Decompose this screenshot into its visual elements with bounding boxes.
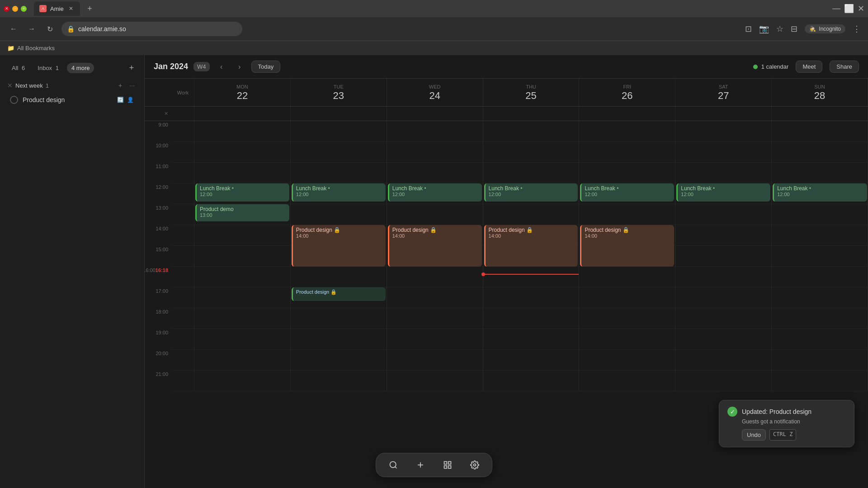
time-label-16-00: 16:0016:18 <box>145 267 172 287</box>
day-header-sat: Sat 27 <box>675 79 772 106</box>
task-checkbox[interactable] <box>10 96 18 104</box>
event-product-design-fri[interactable]: Product design 🔒 14:00 <box>580 225 674 267</box>
toast-message: Guests got a notification <box>727 418 846 425</box>
event-lunch-fri[interactable]: Lunch Break • 12:00 <box>580 183 674 202</box>
col-tue: Lunch Break • 12:00 Product design 🔒 14:… <box>291 121 387 391</box>
cal-month: Jan 2024 <box>154 62 188 71</box>
event-lunch-mon[interactable]: Lunch Break • 12:00 <box>195 183 289 202</box>
time-label-13-00: 13:00 <box>145 204 172 225</box>
allday-fri-cell[interactable] <box>579 107 675 121</box>
time-gutter-header <box>145 79 172 106</box>
meet-button[interactable]: Meet <box>796 61 822 73</box>
sidebar-tab-all[interactable]: All 6 <box>7 63 29 73</box>
toast-actions: Undo CTRL Z <box>727 429 846 441</box>
win-minimize-btn[interactable]: − <box>12 6 18 12</box>
add-toolbar-button[interactable] <box>412 457 429 473</box>
sidebar-add-button[interactable]: + <box>126 62 137 73</box>
back-button[interactable]: ← <box>7 23 20 35</box>
time-label-21-00: 21:00 <box>145 371 172 391</box>
cal-prev-btn[interactable]: ‹ <box>215 61 228 73</box>
section-more-btn[interactable]: ··· <box>127 80 137 90</box>
event-product-design-tue[interactable]: Product design 🔒 14:00 <box>292 225 386 267</box>
event-product-design-wed[interactable]: Product design 🔒 14:00 <box>388 225 482 267</box>
cross-icon[interactable]: ✕ <box>164 111 168 117</box>
section-title-next-week: Next week <box>15 82 43 89</box>
section-collapse-icon[interactable]: ✕ <box>7 82 13 89</box>
bottom-toolbar <box>376 453 492 477</box>
cast-icon[interactable]: ⊡ <box>745 24 752 34</box>
toast-header: ✓ Updated: Product design <box>727 407 846 417</box>
col-sat: Lunch Break • 12:00 <box>675 121 772 391</box>
sidebar-tab-more[interactable]: 4 more <box>67 63 94 73</box>
plus-col-4 <box>172 204 194 225</box>
event-lunch-sun[interactable]: Lunch Break • 12:00 <box>773 183 867 202</box>
split-view-icon[interactable]: ⊟ <box>791 24 797 34</box>
event-product-demo-mon[interactable]: Product demo 13:00 <box>195 204 289 221</box>
allday-row: ✕ <box>145 107 868 121</box>
plus-col-9 <box>172 308 194 329</box>
tab-close-btn[interactable]: ✕ <box>67 5 75 12</box>
task-label: Product design <box>23 96 112 103</box>
allday-tue-cell[interactable] <box>291 107 387 121</box>
allday-mon-cell[interactable] <box>194 107 291 121</box>
win-close-btn[interactable]: ✕ <box>4 6 9 12</box>
new-tab-button[interactable]: + <box>84 2 96 15</box>
today-button[interactable]: Today <box>251 61 281 73</box>
sidebar: All 6 Inbox 1 4 more + ✕ Next week 1 + ·… <box>0 55 145 488</box>
browser-toolbar-actions: ⊡ 📷 ☆ ⊟ 🕵 Incognito ⋮ <box>745 24 861 34</box>
allday-sat-cell[interactable] <box>675 107 772 121</box>
plus-col-7 <box>172 267 194 287</box>
settings-toolbar-button[interactable] <box>467 457 483 473</box>
task-item-product-design[interactable]: Product design 🔄 👤 <box>3 92 142 108</box>
maximize-icon[interactable]: ⬜ <box>844 4 854 14</box>
camera-off-icon[interactable]: 📷 <box>759 24 769 34</box>
bookmark-icon[interactable]: ☆ <box>776 24 783 34</box>
svg-rect-4 <box>444 462 447 465</box>
work-label: Work <box>177 90 189 95</box>
plus-col-8 <box>172 287 194 308</box>
svg-rect-6 <box>444 466 447 469</box>
calendar-indicator: 1 calendar <box>753 63 789 70</box>
sidebar-tab-inbox[interactable]: Inbox 1 <box>33 63 63 73</box>
cal-next-btn[interactable]: › <box>233 61 246 73</box>
task-meta: 🔄 👤 <box>116 96 134 104</box>
toast-undo-button[interactable]: Undo <box>742 429 766 441</box>
col-thu: Lunch Break • 12:00 Product design 🔒 14:… <box>483 121 580 391</box>
allday-work-cell <box>172 107 194 121</box>
tab-favicon: A <box>39 5 47 12</box>
more-icon[interactable]: ⋮ <box>853 24 861 34</box>
event-lunch-sat[interactable]: Lunch Break • 12:00 <box>676 183 770 202</box>
view-toolbar-button[interactable] <box>439 457 456 473</box>
event-lunch-wed[interactable]: Lunch Break • 12:00 <box>388 183 482 202</box>
address-bar[interactable]: 🔒 calendar.amie.so <box>61 22 242 36</box>
svg-line-1 <box>395 467 397 469</box>
win-maximize-btn[interactable]: + <box>21 6 27 12</box>
work-col-header: Work <box>172 79 194 106</box>
minimize-icon[interactable]: — <box>832 4 840 14</box>
section-add-btn[interactable]: + <box>115 80 125 90</box>
forward-button[interactable]: → <box>25 23 38 35</box>
incognito-badge: 🕵 Incognito <box>805 24 845 33</box>
svg-rect-5 <box>448 462 451 465</box>
toast-check-icon: ✓ <box>727 407 737 417</box>
event-lunch-tue[interactable]: Lunch Break • 12:00 <box>292 183 386 202</box>
close-icon[interactable]: ✕ <box>858 4 864 14</box>
search-toolbar-button[interactable] <box>385 457 401 473</box>
reload-button[interactable]: ↻ <box>43 23 56 35</box>
day-header-tue: Tue 23 <box>291 79 387 106</box>
allday-sun-cell[interactable] <box>772 107 868 121</box>
day-header-fri: Fri 26 <box>579 79 675 106</box>
time-label-12-00: 12:00 <box>145 183 172 204</box>
event-lunch-thu[interactable]: Lunch Break • 12:00 <box>484 183 578 202</box>
event-product-design-thu[interactable]: Product design 🔒 14:00 <box>484 225 578 267</box>
event-product-design-tue-extra[interactable]: Product design 🔒 <box>292 287 386 301</box>
allday-wed-cell[interactable] <box>387 107 483 121</box>
share-button[interactable]: Share <box>830 61 859 73</box>
allday-gutter: ✕ <box>145 107 172 121</box>
day-header-wed: Wed 24 <box>387 79 483 106</box>
tab-title: Amie <box>50 5 64 12</box>
cal-header: Jan 2024 W4 ‹ › Today 1 calendar Meet Sh… <box>145 55 868 79</box>
browser-tab-amie[interactable]: A Amie ✕ <box>34 1 80 16</box>
allday-thu-cell[interactable] <box>483 107 580 121</box>
plus-col-2 <box>172 163 194 183</box>
